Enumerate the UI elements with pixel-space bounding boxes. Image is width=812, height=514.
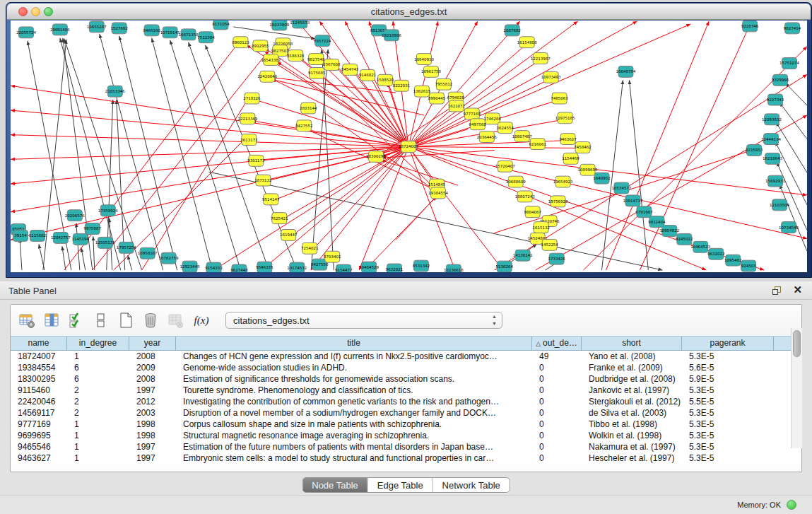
graph-node[interactable]: 10174532 (287, 262, 307, 272)
graph-node[interactable]: 16648784 (616, 66, 635, 77)
graph-node[interactable]: 7458462 (574, 142, 591, 153)
graph-node[interactable]: 12923448 (180, 261, 200, 272)
cell-out_de[interactable]: 0 (532, 441, 582, 452)
table-row[interactable]: 1456911722003Disruption of a novel membe… (11, 407, 801, 419)
graph-node[interactable]: 1621072 (448, 100, 465, 112)
cell-out_de[interactable]: 0 (532, 407, 582, 419)
cell-short[interactable]: de Silva et al. (2003) (582, 407, 682, 419)
graph-node[interactable]: 8454743 (341, 64, 359, 75)
graph-node[interactable]: 15692931 (765, 175, 785, 187)
graph-node[interactable]: 18724007 (399, 141, 418, 153)
cell-in_degree[interactable]: 6 (67, 373, 129, 385)
graph-node[interactable]: 22055724 (16, 27, 36, 38)
cell-short[interactable]: Dudbridge et al. (2008) (582, 373, 682, 385)
cell-short[interactable]: Yano et al. (2008) (582, 351, 682, 362)
cell-name[interactable]: 9465546 (11, 441, 67, 452)
graph-node[interactable]: 9154477 (335, 264, 353, 272)
graph-node[interactable]: 8531342 (413, 260, 430, 271)
cell-title[interactable]: Estimation of significance thresholds fo… (176, 373, 532, 385)
graph-node[interactable]: 9514147 (262, 194, 280, 205)
cell-in_degree[interactable]: 2 (67, 407, 129, 419)
graph-node[interactable]: 924503 (741, 260, 756, 271)
cell-in_degree[interactable]: 1 (67, 419, 129, 430)
column-header-out_de[interactable]: △out_de… (532, 337, 582, 350)
graph-node[interactable]: 10973493 (541, 71, 561, 83)
graph-node[interactable]: 12213987 (531, 53, 551, 64)
delete-trash-icon[interactable] (141, 311, 160, 329)
column-header-year[interactable]: year (129, 337, 176, 350)
graph-node[interactable]: 16543382 (261, 54, 281, 66)
graph-node[interactable]: 9245022 (676, 233, 693, 245)
graph-node[interactable]: 9546335 (256, 262, 273, 272)
table-row[interactable]: 1872400712008Changes of HCN gene express… (11, 351, 801, 362)
graph-node[interactable]: 10655287 (87, 21, 107, 33)
graph-node[interactable]: 10734540 (779, 222, 799, 233)
float-icon[interactable] (772, 286, 782, 296)
cell-pagerank[interactable]: 5.3E-5 (682, 419, 774, 430)
graph-node[interactable]: 9884067 (524, 206, 541, 218)
graph-node[interactable]: 17359924 (98, 205, 118, 216)
cell-out_de[interactable]: 49 (532, 351, 582, 362)
cell-pagerank[interactable]: 5.9E-5 (682, 373, 774, 385)
graph-node[interactable]: 21053346 (105, 86, 125, 97)
network-canvas[interactable]: 2205572420691406106552871527602846616010… (11, 21, 807, 272)
cell-year[interactable]: 1998 (129, 430, 176, 441)
citation-network-graph[interactable]: 2205572420691406106552871527602846616010… (11, 21, 807, 272)
cell-name[interactable]: 9699695 (11, 430, 67, 441)
cell-pagerank[interactable]: 5.5E-5 (682, 396, 774, 407)
table-settings-icon[interactable] (18, 311, 36, 329)
graph-node[interactable]: 12103504 (770, 199, 789, 211)
graph-node[interactable]: 10534577 (611, 182, 631, 194)
graph-node[interactable]: 6497568 (469, 119, 487, 130)
cell-out_de[interactable]: 0 (532, 419, 582, 430)
select-mode-icon[interactable] (67, 311, 86, 329)
graph-node[interactable]: 2367608 (323, 59, 341, 71)
graph-node[interactable]: 10236618 (444, 264, 464, 272)
cell-name[interactable]: 18300295 (11, 373, 67, 385)
cell-in_degree[interactable]: 2 (67, 396, 129, 407)
column-header-name[interactable]: name (11, 337, 67, 350)
graph-node[interactable]: 1733426 (548, 253, 565, 264)
graph-node[interactable]: 1115682 (29, 230, 46, 242)
graph-node[interactable]: 8912955 (252, 40, 269, 52)
graph-node[interactable]: 1588520 (377, 74, 394, 86)
graph-node[interactable]: 10914717 (623, 195, 642, 206)
cell-out_de[interactable]: 0 (532, 452, 582, 464)
graph-node[interactable]: 8131054 (212, 21, 230, 30)
graph-node[interactable]: 9227343 (767, 94, 784, 105)
cell-short[interactable]: Hescheler et al. (1997) (582, 452, 682, 464)
cell-name[interactable]: 22420046 (11, 396, 67, 407)
graph-node[interactable]: 20364456 (477, 132, 497, 143)
graph-node[interactable]: 12975185 (555, 112, 575, 124)
table-selector-dropdown[interactable]: citations_edges.txt ▲▼ (225, 312, 502, 329)
graph-node[interactable]: 8703401 (324, 251, 341, 262)
graph-node[interactable]: 9632022 (707, 248, 724, 259)
graph-node[interactable]: 8627448 (230, 264, 248, 272)
cell-year[interactable]: 1997 (129, 452, 176, 464)
graph-node[interactable]: 10958107 (138, 247, 158, 259)
new-document-icon[interactable] (117, 311, 135, 329)
tab-edge-table[interactable]: Edge Table (367, 478, 433, 492)
cell-year[interactable]: 2012 (129, 396, 176, 407)
cell-name[interactable]: 18724007 (11, 351, 67, 362)
graph-node[interactable]: 1362615 (413, 86, 430, 97)
memory-status-indicator[interactable] (787, 500, 796, 510)
cell-in_degree[interactable]: 1 (67, 430, 129, 441)
graph-node[interactable]: 10807487 (512, 131, 532, 142)
cell-name[interactable]: 14569117 (11, 407, 67, 419)
graph-node[interactable]: 10464523 (690, 241, 710, 252)
graph-node[interactable]: 16782759 (159, 252, 179, 264)
graph-node[interactable]: 15751074 (779, 58, 799, 69)
graph-node[interactable]: 8427552 (295, 120, 312, 132)
cell-in_degree[interactable]: 1 (67, 351, 129, 362)
cell-year[interactable]: 1997 (129, 441, 176, 452)
table-row[interactable]: 911546021997Tourette syndrome. Phenomeno… (11, 385, 801, 396)
graph-node[interactable]: 12505135 (95, 237, 115, 248)
function-builder-icon[interactable]: f(x) (191, 311, 212, 329)
cell-out_de[interactable]: 0 (532, 396, 582, 407)
table-row[interactable]: 2242004622012Investigating the contribut… (11, 396, 801, 407)
graph-node[interactable]: 2613173 (240, 134, 258, 146)
cell-short[interactable]: Wolkin et al. (1998) (582, 430, 682, 441)
cell-in_degree[interactable]: 2 (67, 385, 129, 396)
tab-network-table[interactable]: Network Table (433, 478, 510, 492)
